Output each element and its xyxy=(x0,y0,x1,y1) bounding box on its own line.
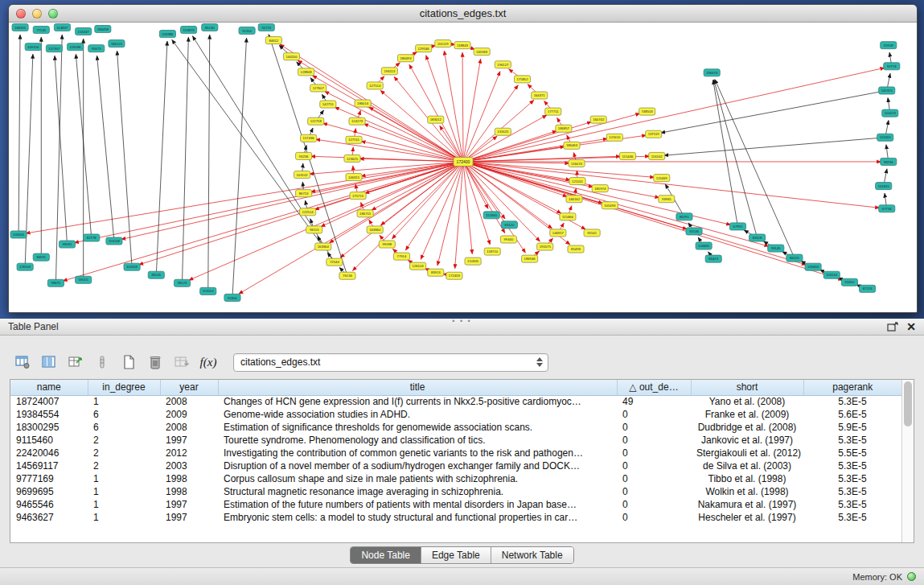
table-cell[interactable]: 5.6E-5 xyxy=(803,408,901,421)
table-cell[interactable]: 5.3E-5 xyxy=(803,485,901,498)
table-cell[interactable]: Estimation of the future numbers of pati… xyxy=(218,498,617,511)
table-cell[interactable]: 5.3E-5 xyxy=(803,511,901,524)
graph-node[interactable]: 153873 xyxy=(181,27,197,34)
graph-node[interactable]: 186493 xyxy=(397,55,413,62)
table-cell[interactable]: 0 xyxy=(617,408,691,421)
table-cell[interactable]: 14569117 xyxy=(10,459,88,472)
graph-node[interactable]: 175715 xyxy=(350,192,366,200)
graph-node[interactable]: 83118 xyxy=(749,234,766,241)
graph-node[interactable]: 128808 xyxy=(298,68,314,76)
close-window-button[interactable] xyxy=(16,9,26,19)
table-cell[interactable]: 1997 xyxy=(160,498,218,511)
graph-node[interactable]: 101655 xyxy=(876,183,892,190)
table-row[interactable]: 2242004622012Investigating the contribut… xyxy=(10,447,901,459)
table-cell[interactable]: 5.9E-5 xyxy=(803,421,901,434)
table-row[interactable]: 946554611997Estimation of the future num… xyxy=(10,498,901,511)
table-cell[interactable]: 18300295 xyxy=(10,421,88,434)
table-cell[interactable]: 22420046 xyxy=(10,447,88,459)
table-select[interactable]: citations_edges.txt xyxy=(233,353,548,372)
tab-network-table[interactable]: Network Table xyxy=(491,547,573,563)
row-tools-button[interactable] xyxy=(91,352,113,373)
graph-node[interactable]: 114837 xyxy=(54,24,70,31)
column-header[interactable]: in_degree xyxy=(88,380,160,395)
graph-node[interactable]: 92450 xyxy=(224,294,240,301)
graph-node[interactable]: 165963 xyxy=(474,48,490,56)
graph-node[interactable]: 126103 xyxy=(410,262,426,270)
graph-node[interactable]: 67991 xyxy=(729,223,745,230)
table-cell[interactable]: 1 xyxy=(88,395,160,408)
table-cell[interactable]: Nakamura et al. (1997) xyxy=(691,498,803,511)
table-cell[interactable]: 5.3E-5 xyxy=(803,395,901,408)
graph-node[interactable]: 59015 xyxy=(76,276,92,283)
graph-node[interactable]: 115466 xyxy=(560,213,576,220)
graph-node[interactable]: 92774 xyxy=(884,63,900,70)
table-row[interactable]: 1938455462009Genome-wide association stu… xyxy=(10,408,901,421)
table-cell[interactable]: 0 xyxy=(617,485,691,498)
graph-node[interactable]: 123625 xyxy=(344,154,360,162)
graph-node[interactable]: 86423 xyxy=(705,255,721,262)
graph-node[interactable]: 122758 xyxy=(308,117,324,125)
table-cell[interactable]: 0 xyxy=(617,447,691,459)
graph-node[interactable]: 98123 xyxy=(174,279,190,286)
graph-node[interactable]: 164371 xyxy=(532,92,548,99)
column-header[interactable]: pagerank xyxy=(803,380,901,395)
graph-node[interactable]: 127607 xyxy=(310,84,326,92)
table-cell[interactable]: Tourette syndrome. Phenomenology and cla… xyxy=(218,434,617,447)
graph-node[interactable]: 196674 xyxy=(704,69,720,76)
table-cell[interactable]: 0 xyxy=(617,421,691,434)
graph-node[interactable]: 201129 xyxy=(435,40,451,47)
table-cell[interactable]: Structural magnetic resonance image aver… xyxy=(218,485,617,498)
table-cell[interactable]: 9115460 xyxy=(10,434,88,447)
column-header[interactable]: short xyxy=(691,380,803,395)
table-cell[interactable]: Changes of HCN gene expression and I(f) … xyxy=(218,395,617,408)
table-cell[interactable]: 2 xyxy=(88,447,160,459)
graph-node[interactable]: 186125 xyxy=(109,40,125,47)
edit-values-button[interactable] xyxy=(64,352,87,373)
table-cell[interactable]: 2 xyxy=(88,434,160,447)
table-cell[interactable]: Stergiakouli et al. (2012) xyxy=(691,447,803,459)
table-cell[interactable]: 5.3E-5 xyxy=(803,498,901,511)
delete-table-button[interactable] xyxy=(144,352,166,373)
table-cell[interactable]: Disruption of a novel member of a sodium… xyxy=(218,459,617,472)
table-cell[interactable]: 0 xyxy=(617,511,691,524)
graph-node[interactable]: 183012 xyxy=(428,116,444,123)
table-cell[interactable]: de Silva et al. (2003) xyxy=(691,459,803,472)
graph-node[interactable]: 128103 xyxy=(17,263,33,270)
table-cell[interactable]: Investigating the contribution of common… xyxy=(218,447,617,459)
graph-node[interactable]: 103465 xyxy=(696,242,712,249)
graph-node[interactable]: 172453 xyxy=(446,272,462,279)
graph-node[interactable]: 153247 xyxy=(76,28,92,35)
table-row[interactable]: 977716911998Corpus callosum shape and si… xyxy=(10,472,901,485)
table-cell[interactable]: 1998 xyxy=(160,485,218,498)
table-cell[interactable]: 9463627 xyxy=(10,511,88,524)
graph-node[interactable]: 146162 xyxy=(566,196,582,203)
scrollbar-thumb[interactable] xyxy=(904,381,912,426)
close-panel-icon[interactable]: ✕ xyxy=(906,321,916,332)
graph-node[interactable]: 93965 xyxy=(659,196,675,203)
graph-node[interactable]: 157307 xyxy=(46,45,62,52)
graph-node[interactable]: 83145 xyxy=(148,271,164,278)
table-cell[interactable]: 1 xyxy=(88,485,160,498)
toggle-columns-button[interactable] xyxy=(38,352,60,373)
column-header[interactable]: name xyxy=(10,380,88,395)
table-row[interactable]: 1830029562008Estimation of significance … xyxy=(10,421,901,434)
table-scroll-region[interactable]: namein_degreeyeartitle△ out_de…shortpage… xyxy=(10,380,901,542)
table-row[interactable]: 946362711997Embryonic stem cells: a mode… xyxy=(10,511,901,524)
graph-node[interactable]: 99340 xyxy=(500,236,516,243)
graph-node[interactable]: 153102 xyxy=(200,287,216,295)
memory-indicator[interactable] xyxy=(907,572,916,581)
table-cell[interactable]: 6 xyxy=(88,421,160,434)
graph-node[interactable]: 98675 xyxy=(47,279,64,286)
graph-node[interactable]: 185974 xyxy=(592,185,608,192)
graph-node[interactable]: 116074 xyxy=(569,159,585,167)
graph-node[interactable]: 95673 xyxy=(88,45,105,52)
zoom-window-button[interactable] xyxy=(48,9,58,19)
graph-node[interactable]: 91314 xyxy=(239,27,255,35)
column-header[interactable]: title xyxy=(218,380,617,395)
graph-node[interactable]: 195575 xyxy=(537,243,553,250)
graph-node[interactable]: 86713 xyxy=(296,190,312,197)
graph-node[interactable]: 127511 xyxy=(346,136,362,143)
table-cell[interactable]: Corpus callosum shape and size in male p… xyxy=(218,472,617,485)
table-cell[interactable]: 18724007 xyxy=(10,395,88,408)
table-cell[interactable]: 1997 xyxy=(160,511,218,524)
